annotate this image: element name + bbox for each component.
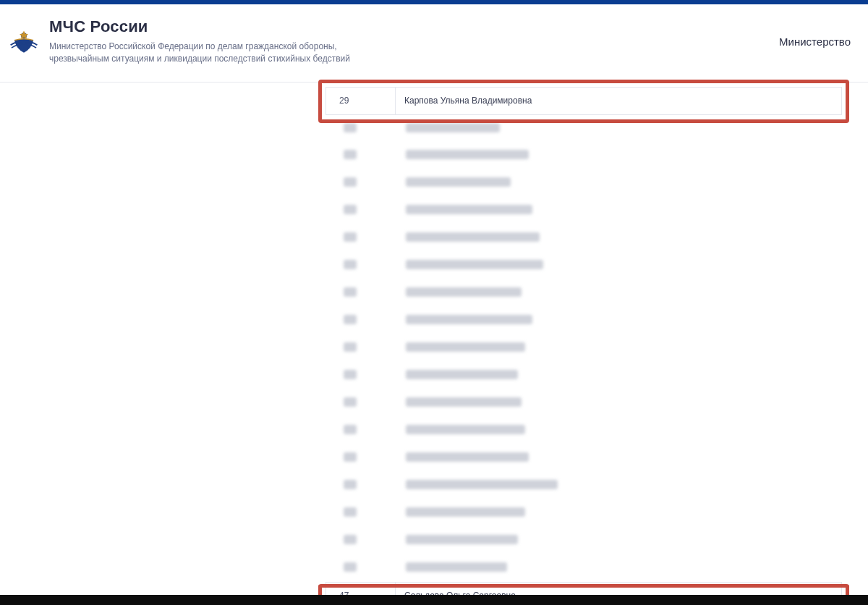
row-number-redacted bbox=[326, 362, 396, 389]
subtitle-line-1: Министерство Российской Федерации по дел… bbox=[49, 41, 337, 51]
row-number-redacted bbox=[326, 169, 396, 197]
site-header: МЧС России Министерство Российской Федер… bbox=[0, 4, 868, 82]
row-name-redacted bbox=[396, 389, 842, 417]
row-number-redacted bbox=[326, 224, 396, 252]
row-name-redacted bbox=[396, 169, 842, 197]
row-name-redacted bbox=[396, 334, 842, 362]
row-number-redacted bbox=[326, 472, 396, 499]
table-row-redacted bbox=[326, 472, 842, 499]
row-name-redacted bbox=[396, 197, 842, 224]
table-row-redacted bbox=[326, 362, 842, 389]
site-subtitle: Министерство Российской Федерации по дел… bbox=[49, 41, 350, 66]
row-name: Карпова Ульяна Владимировна bbox=[396, 87, 842, 114]
row-name-redacted bbox=[396, 554, 842, 582]
nav-ministry-link[interactable]: Министерство bbox=[779, 35, 854, 48]
row-number-redacted bbox=[326, 334, 396, 362]
row-name-redacted bbox=[396, 499, 842, 527]
content-area: 29 Карпова Ульяна Владимировна 47 Сельде… bbox=[0, 82, 868, 601]
row-name-redacted bbox=[396, 362, 842, 389]
row-number-redacted bbox=[326, 444, 396, 472]
logo-wrap bbox=[6, 26, 42, 56]
row-number-redacted bbox=[326, 527, 396, 554]
subtitle-line-2: чрезвычайным ситуациям и ликвидации посл… bbox=[49, 54, 350, 64]
row-name-redacted bbox=[396, 444, 842, 472]
row-name-redacted bbox=[396, 114, 842, 142]
row-number-redacted bbox=[326, 279, 396, 307]
table-row-redacted bbox=[326, 417, 842, 444]
table-row-redacted bbox=[326, 279, 842, 307]
row-number-redacted bbox=[326, 499, 396, 527]
table-row-redacted bbox=[326, 142, 842, 169]
title-block: МЧС России Министерство Российской Федер… bbox=[49, 17, 350, 66]
table-row-redacted bbox=[326, 197, 842, 224]
row-name-redacted bbox=[396, 224, 842, 252]
table-row-redacted bbox=[326, 389, 842, 417]
row-number-redacted bbox=[326, 197, 396, 224]
bottom-black-bar bbox=[0, 595, 868, 605]
table-row-redacted bbox=[326, 527, 842, 554]
table-row-redacted bbox=[326, 307, 842, 334]
row-name-redacted bbox=[396, 417, 842, 444]
row-number-redacted bbox=[326, 417, 396, 444]
row-name-redacted bbox=[396, 527, 842, 554]
row-number-redacted bbox=[326, 307, 396, 334]
row-number-redacted bbox=[326, 114, 396, 142]
emblem-icon bbox=[9, 26, 39, 56]
row-number: 29 bbox=[326, 87, 396, 114]
table-row-redacted bbox=[326, 444, 842, 472]
people-table: 29 Карпова Ульяна Владимировна 47 Сельде… bbox=[326, 87, 842, 605]
table-row-redacted bbox=[326, 252, 842, 279]
row-name-redacted bbox=[396, 472, 842, 499]
row-name-redacted bbox=[396, 307, 842, 334]
row-number-redacted bbox=[326, 252, 396, 279]
table-row-redacted bbox=[326, 224, 842, 252]
table-row-redacted bbox=[326, 554, 842, 582]
row-name-redacted bbox=[396, 252, 842, 279]
table-row: 29 Карпова Ульяна Владимировна bbox=[326, 87, 842, 114]
table-row-redacted bbox=[326, 334, 842, 362]
row-name-redacted bbox=[396, 142, 842, 169]
row-name-redacted bbox=[396, 279, 842, 307]
row-number-redacted bbox=[326, 142, 396, 169]
row-number-redacted bbox=[326, 389, 396, 417]
site-title: МЧС России bbox=[49, 17, 350, 36]
row-number-redacted bbox=[326, 554, 396, 582]
table-row-redacted bbox=[326, 499, 842, 527]
table-row-redacted bbox=[326, 169, 842, 197]
table-row-redacted bbox=[326, 114, 842, 142]
